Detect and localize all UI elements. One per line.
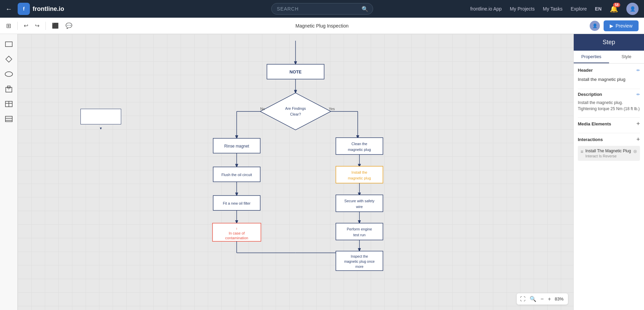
toolbar: ⊞ ↩ ↪ ⬛ 💬 Magnetic Plug Inspection 👤 ▶ P… <box>0 18 644 34</box>
media-section-header: Media Elements + <box>578 120 640 127</box>
preview-button[interactable]: ▶ Preview <box>604 20 639 31</box>
tool-rectangle[interactable] <box>3 38 15 50</box>
svg-marker-1 <box>6 56 12 62</box>
user-avatar[interactable]: 👤 <box>626 3 639 15</box>
svg-text:Rinse magnet: Rinse magnet <box>224 144 250 149</box>
svg-rect-9 <box>5 116 12 122</box>
toolbar-divider-2 <box>45 22 46 30</box>
save-button[interactable]: ⬛ <box>50 20 61 31</box>
header-section-title: Header <box>578 68 593 73</box>
tool-info[interactable]: i <box>3 83 15 95</box>
header-section: Header ✏ Install the magnetic plug <box>578 68 640 83</box>
nav-tasks[interactable]: My Tasks <box>543 6 563 12</box>
tool-oval[interactable] <box>3 68 15 80</box>
top-nav: ← f frontline.io 🔍 frontline.io App My P… <box>0 0 644 18</box>
description-edit-icon[interactable]: ✏ <box>637 92 640 97</box>
interaction-delete-icon[interactable]: ⊗ <box>633 149 637 154</box>
panel-header: Step <box>574 34 644 51</box>
panel-tabs: Properties Style <box>574 51 644 64</box>
notification-badge: 58 <box>613 3 620 7</box>
main-layout: i NOTE Are Fin <box>0 34 644 310</box>
header-section-header: Header ✏ <box>578 68 640 73</box>
logo-text: frontline.io <box>33 5 64 13</box>
svg-text:wire: wire <box>356 205 363 209</box>
svg-rect-28 <box>336 138 383 155</box>
svg-text:Perform engine: Perform engine <box>347 227 372 231</box>
nav-explore[interactable]: Explore <box>571 6 587 12</box>
preview-play-icon: ▶ <box>610 23 613 29</box>
svg-text:In case of: In case of <box>229 231 245 235</box>
interactions-section-title: Interactions <box>578 137 603 142</box>
svg-rect-35 <box>336 166 383 183</box>
interaction-tags: Interact Is Reverse <box>585 154 631 158</box>
zoom-controls: ⛶ 🔍 − + 83% <box>517 293 568 305</box>
zoom-level: 83% <box>554 296 565 302</box>
logo-icon: f <box>18 3 30 15</box>
zoom-minus-button[interactable]: − <box>539 295 545 303</box>
media-add-icon[interactable]: + <box>636 120 640 127</box>
svg-text:Flush the oil circuit: Flush the oil circuit <box>221 173 252 177</box>
header-value: Install the magnetic plug <box>578 75 640 83</box>
media-section-title: Media Elements <box>578 121 611 126</box>
svg-text:NOTE: NOTE <box>290 69 302 74</box>
svg-rect-42 <box>336 195 383 212</box>
panel-title: Step <box>603 39 615 46</box>
toolbar-divider-1 <box>17 22 18 30</box>
logo: f frontline.io <box>18 3 64 15</box>
svg-text:contamination: contamination <box>225 236 248 240</box>
description-section-header: Description ✏ <box>578 92 640 97</box>
interaction-item[interactable]: ≡ Install The Magnetic Plug Interact Is … <box>578 146 640 161</box>
interactions-add-icon[interactable]: + <box>636 136 640 143</box>
header-edit-icon[interactable]: ✏ <box>637 68 640 73</box>
svg-text:Clear?: Clear? <box>290 112 301 116</box>
preview-label: Preview <box>615 23 632 29</box>
svg-text:Yes: Yes <box>329 107 335 111</box>
right-panel: Step Properties Style Header ✏ Install t… <box>573 34 644 310</box>
nav-language[interactable]: EN <box>595 6 602 12</box>
redo-button[interactable]: ↪ <box>33 20 41 31</box>
interaction-name: Install The Magnetic Plug <box>585 149 631 153</box>
toolbar-user-icon: 👤 <box>590 21 600 31</box>
svg-text:Inspect the: Inspect the <box>351 255 368 259</box>
svg-text:Install the: Install the <box>351 170 367 174</box>
drag-handle-icon: ≡ <box>581 149 583 154</box>
divider-3 <box>578 133 640 133</box>
zoom-in-button[interactable]: 🔍 <box>528 295 538 303</box>
tool-diamond[interactable] <box>3 53 15 65</box>
svg-rect-51 <box>336 223 383 240</box>
search-input[interactable] <box>271 3 373 15</box>
svg-text:i: i <box>8 88 9 91</box>
search-bar: 🔍 <box>271 3 373 15</box>
interactions-section: Interactions + ≡ Install The Magnetic Pl… <box>578 136 640 161</box>
tool-table[interactable] <box>3 98 15 110</box>
description-section-title: Description <box>578 92 602 97</box>
notification-bell[interactable]: 🔔 58 <box>610 5 618 13</box>
description-value: Install the magnetic plug. Tightening to… <box>578 100 640 112</box>
fullscreen-button[interactable]: ⛶ <box>520 296 526 302</box>
floating-element[interactable] <box>80 109 121 124</box>
zoom-plus-button[interactable]: + <box>547 295 552 303</box>
flowchart-svg: NOTE Are Findings Clear? No Yes Rinse ma… <box>18 34 573 310</box>
nav-links: frontline.io App My Projects My Tasks Ex… <box>470 3 639 15</box>
svg-text:test run: test run <box>353 233 366 237</box>
description-section: Description ✏ Install the magnetic plug.… <box>578 92 640 112</box>
nav-app[interactable]: frontline.io App <box>470 6 502 12</box>
svg-rect-0 <box>5 42 12 47</box>
tab-style[interactable]: Style <box>609 51 644 63</box>
comment-button[interactable]: 💬 <box>63 20 74 31</box>
back-button[interactable]: ← <box>5 5 12 13</box>
svg-text:!: ! <box>236 227 237 230</box>
interactions-section-header: Interactions + <box>578 136 640 143</box>
tool-data[interactable] <box>3 113 15 125</box>
svg-text:Secure with safety: Secure with safety <box>344 199 374 203</box>
undo-button[interactable]: ↩ <box>22 20 30 31</box>
canvas-area[interactable]: NOTE Are Findings Clear? No Yes Rinse ma… <box>18 34 573 310</box>
nav-projects[interactable]: My Projects <box>510 6 535 12</box>
search-icon: 🔍 <box>362 6 368 12</box>
grid-toggle-button[interactable]: ⊞ <box>4 20 13 32</box>
svg-text:Are Findings: Are Findings <box>285 106 306 110</box>
svg-marker-17 <box>260 93 331 130</box>
left-tools-sidebar: i <box>0 34 18 310</box>
tab-properties[interactable]: Properties <box>574 51 609 63</box>
divider-1 <box>578 89 640 89</box>
